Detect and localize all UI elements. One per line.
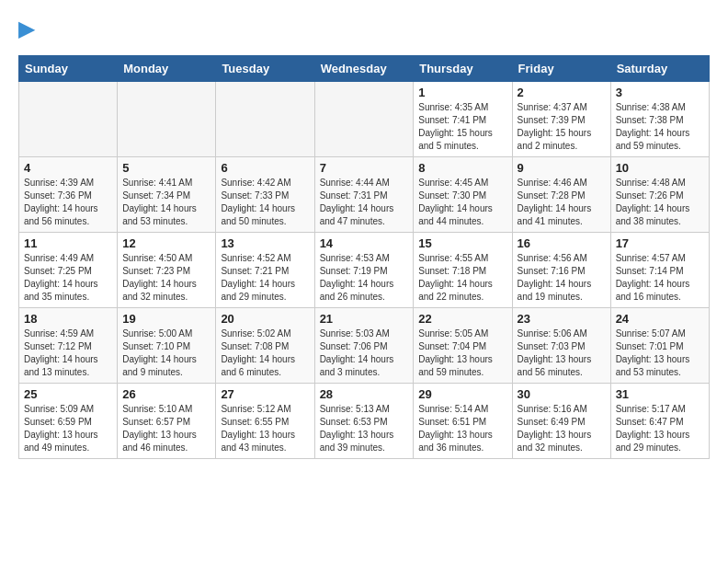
day-info: Sunrise: 5:10 AM Sunset: 6:57 PM Dayligh… [122, 403, 210, 454]
calendar-cell: 24Sunrise: 5:07 AM Sunset: 7:01 PM Dayli… [610, 308, 709, 384]
day-number: 29 [418, 387, 506, 401]
calendar-cell: 9Sunrise: 4:46 AM Sunset: 7:28 PM Daylig… [512, 157, 610, 233]
calendar-cell: 25Sunrise: 5:09 AM Sunset: 6:59 PM Dayli… [19, 384, 118, 459]
day-number: 8 [418, 161, 506, 175]
day-info: Sunrise: 4:35 AM Sunset: 7:41 PM Dayligh… [418, 101, 506, 153]
calendar-cell: 19Sunrise: 5:00 AM Sunset: 7:10 PM Dayli… [118, 308, 216, 384]
day-info: Sunrise: 4:46 AM Sunset: 7:28 PM Dayligh… [518, 177, 606, 228]
weekday-header-saturday: Saturday [610, 56, 709, 82]
day-number: 31 [616, 387, 704, 401]
day-number: 13 [221, 236, 309, 250]
day-info: Sunrise: 5:12 AM Sunset: 6:55 PM Dayligh… [221, 403, 309, 454]
calendar-cell: 23Sunrise: 5:06 AM Sunset: 7:03 PM Dayli… [512, 308, 610, 384]
calendar-cell: 12Sunrise: 4:50 AM Sunset: 7:23 PM Dayli… [118, 233, 216, 308]
calendar-cell: 21Sunrise: 5:03 AM Sunset: 7:06 PM Dayli… [314, 308, 414, 384]
calendar-cell [216, 82, 314, 157]
day-info: Sunrise: 4:48 AM Sunset: 7:26 PM Dayligh… [616, 177, 704, 228]
calendar-cell: 17Sunrise: 4:57 AM Sunset: 7:14 PM Dayli… [610, 233, 709, 308]
day-info: Sunrise: 5:14 AM Sunset: 6:51 PM Dayligh… [418, 403, 506, 454]
day-info: Sunrise: 4:49 AM Sunset: 7:25 PM Dayligh… [24, 252, 112, 304]
calendar-cell: 22Sunrise: 5:05 AM Sunset: 7:04 PM Dayli… [414, 308, 512, 384]
calendar-header-row: SundayMondayTuesdayWednesdayThursdayFrid… [19, 56, 710, 82]
day-number: 1 [418, 86, 506, 99]
calendar-cell: 15Sunrise: 4:55 AM Sunset: 7:18 PM Dayli… [414, 233, 512, 308]
day-number: 24 [616, 312, 704, 326]
calendar-cell: 30Sunrise: 5:16 AM Sunset: 6:49 PM Dayli… [512, 384, 610, 459]
day-info: Sunrise: 4:38 AM Sunset: 7:38 PM Dayligh… [616, 101, 704, 153]
calendar-cell: 2Sunrise: 4:37 AM Sunset: 7:39 PM Daylig… [512, 82, 610, 157]
day-number: 30 [518, 387, 606, 401]
calendar-cell [118, 82, 216, 157]
calendar-cell: 13Sunrise: 4:52 AM Sunset: 7:21 PM Dayli… [216, 233, 314, 308]
weekday-header-wednesday: Wednesday [314, 56, 414, 82]
calendar-cell: 16Sunrise: 4:56 AM Sunset: 7:16 PM Dayli… [512, 233, 610, 308]
day-info: Sunrise: 4:37 AM Sunset: 7:39 PM Dayligh… [518, 101, 606, 153]
day-info: Sunrise: 4:44 AM Sunset: 7:31 PM Dayligh… [320, 177, 409, 228]
day-info: Sunrise: 4:57 AM Sunset: 7:14 PM Dayligh… [616, 252, 704, 304]
day-number: 21 [320, 312, 409, 326]
calendar-cell: 1Sunrise: 4:35 AM Sunset: 7:41 PM Daylig… [414, 82, 512, 157]
calendar-cell [19, 82, 118, 157]
day-number: 14 [320, 236, 409, 250]
day-info: Sunrise: 5:03 AM Sunset: 7:06 PM Dayligh… [320, 327, 409, 379]
day-info: Sunrise: 4:52 AM Sunset: 7:21 PM Dayligh… [221, 252, 309, 304]
day-info: Sunrise: 4:55 AM Sunset: 7:18 PM Dayligh… [418, 252, 506, 304]
calendar-week-3: 11Sunrise: 4:49 AM Sunset: 7:25 PM Dayli… [19, 233, 710, 308]
day-info: Sunrise: 5:00 AM Sunset: 7:10 PM Dayligh… [122, 327, 210, 379]
day-info: Sunrise: 4:42 AM Sunset: 7:33 PM Dayligh… [221, 177, 309, 228]
page-header: ▶ [18, 18, 710, 40]
day-info: Sunrise: 5:05 AM Sunset: 7:04 PM Dayligh… [418, 327, 506, 379]
day-info: Sunrise: 5:07 AM Sunset: 7:01 PM Dayligh… [616, 327, 704, 379]
day-number: 25 [24, 387, 112, 401]
calendar-cell [314, 82, 414, 157]
logo-text: ▶ [18, 18, 34, 40]
day-info: Sunrise: 5:06 AM Sunset: 7:03 PM Dayligh… [518, 327, 606, 379]
calendar-cell: 14Sunrise: 4:53 AM Sunset: 7:19 PM Dayli… [314, 233, 414, 308]
day-number: 12 [122, 236, 210, 250]
day-number: 18 [24, 312, 112, 326]
calendar-cell: 29Sunrise: 5:14 AM Sunset: 6:51 PM Dayli… [414, 384, 512, 459]
calendar-cell: 3Sunrise: 4:38 AM Sunset: 7:38 PM Daylig… [610, 82, 709, 157]
day-number: 4 [24, 161, 112, 175]
calendar-cell: 6Sunrise: 4:42 AM Sunset: 7:33 PM Daylig… [216, 157, 314, 233]
day-info: Sunrise: 5:02 AM Sunset: 7:08 PM Dayligh… [221, 327, 309, 379]
calendar-week-4: 18Sunrise: 4:59 AM Sunset: 7:12 PM Dayli… [19, 308, 710, 384]
day-number: 11 [24, 236, 112, 250]
calendar-cell: 4Sunrise: 4:39 AM Sunset: 7:36 PM Daylig… [19, 157, 118, 233]
calendar-cell: 28Sunrise: 5:13 AM Sunset: 6:53 PM Dayli… [314, 384, 414, 459]
calendar-cell: 26Sunrise: 5:10 AM Sunset: 6:57 PM Dayli… [118, 384, 216, 459]
day-number: 22 [418, 312, 506, 326]
day-number: 16 [518, 236, 606, 250]
day-info: Sunrise: 4:39 AM Sunset: 7:36 PM Dayligh… [24, 177, 112, 228]
day-number: 9 [518, 161, 606, 175]
day-info: Sunrise: 4:53 AM Sunset: 7:19 PM Dayligh… [320, 252, 409, 304]
day-info: Sunrise: 5:13 AM Sunset: 6:53 PM Dayligh… [320, 403, 409, 454]
calendar-cell: 5Sunrise: 4:41 AM Sunset: 7:34 PM Daylig… [118, 157, 216, 233]
calendar-week-5: 25Sunrise: 5:09 AM Sunset: 6:59 PM Dayli… [19, 384, 710, 459]
day-number: 2 [518, 86, 606, 99]
day-info: Sunrise: 5:09 AM Sunset: 6:59 PM Dayligh… [24, 403, 112, 454]
calendar-cell: 7Sunrise: 4:44 AM Sunset: 7:31 PM Daylig… [314, 157, 414, 233]
day-info: Sunrise: 5:16 AM Sunset: 6:49 PM Dayligh… [518, 403, 606, 454]
day-info: Sunrise: 4:50 AM Sunset: 7:23 PM Dayligh… [122, 252, 210, 304]
weekday-header-monday: Monday [118, 56, 216, 82]
logo: ▶ [18, 18, 34, 40]
day-number: 17 [616, 236, 704, 250]
day-number: 6 [221, 161, 309, 175]
day-number: 26 [122, 387, 210, 401]
weekday-header-tuesday: Tuesday [216, 56, 314, 82]
day-info: Sunrise: 5:17 AM Sunset: 6:47 PM Dayligh… [616, 403, 704, 454]
day-number: 7 [320, 161, 409, 175]
day-number: 20 [221, 312, 309, 326]
day-info: Sunrise: 4:56 AM Sunset: 7:16 PM Dayligh… [518, 252, 606, 304]
logo-blue-text: ▶ [18, 17, 34, 40]
day-number: 27 [221, 387, 309, 401]
day-number: 19 [122, 312, 210, 326]
calendar-cell: 20Sunrise: 5:02 AM Sunset: 7:08 PM Dayli… [216, 308, 314, 384]
calendar-cell: 27Sunrise: 5:12 AM Sunset: 6:55 PM Dayli… [216, 384, 314, 459]
calendar-cell: 18Sunrise: 4:59 AM Sunset: 7:12 PM Dayli… [19, 308, 118, 384]
day-number: 5 [122, 161, 210, 175]
day-number: 3 [616, 86, 704, 99]
calendar-cell: 10Sunrise: 4:48 AM Sunset: 7:26 PM Dayli… [610, 157, 709, 233]
weekday-header-friday: Friday [512, 56, 610, 82]
